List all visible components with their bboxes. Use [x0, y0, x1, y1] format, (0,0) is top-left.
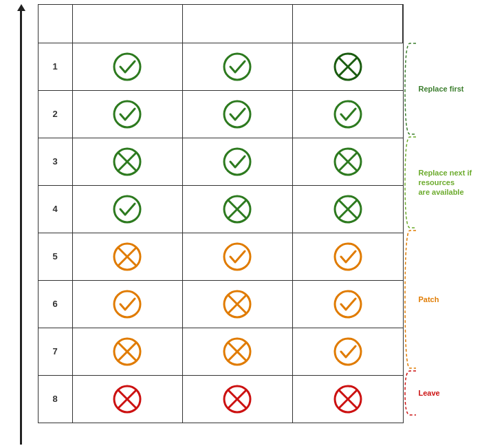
- y-axis: [5, 4, 38, 445]
- svg-point-26: [335, 244, 361, 270]
- header-col2: [183, 5, 293, 43]
- svg-point-7: [335, 101, 361, 127]
- table-row: 3: [38, 138, 404, 185]
- cell-row5-col3: [293, 233, 403, 280]
- row-number-5: 5: [39, 233, 73, 280]
- group-label-3: Leave: [419, 387, 440, 397]
- svg-point-11: [224, 149, 250, 175]
- cell-row7-col2: [183, 328, 293, 375]
- table-row: 4: [38, 185, 404, 233]
- table-wrapper: 1 2 3 4: [38, 4, 500, 445]
- table-row: 1: [38, 43, 404, 90]
- cell-row4-col1: [73, 186, 183, 233]
- cell-row5-col2: [183, 233, 293, 280]
- bracket-group-0: Replace first: [404, 42, 493, 136]
- bracket-group-2: Patch: [404, 229, 493, 370]
- svg-point-27: [114, 291, 140, 317]
- cell-row1-col1: [73, 43, 183, 90]
- header-row: [38, 4, 404, 43]
- cell-row5-col1: [73, 233, 183, 280]
- header-col1: [73, 5, 183, 43]
- axis-arrow-icon: [17, 4, 25, 11]
- cell-row6-col3: [293, 281, 403, 328]
- svg-point-0: [114, 54, 140, 80]
- table-row: 8: [38, 375, 404, 423]
- table-row: 5: [38, 233, 404, 280]
- table-row: 6: [38, 280, 404, 328]
- row-number-8: 8: [39, 376, 73, 423]
- cell-row2-col1: [73, 91, 183, 138]
- table-row: 2: [38, 90, 404, 138]
- header-empty: [39, 5, 73, 43]
- main-area: 1 2 3 4: [38, 4, 500, 445]
- bracket-group-3: Leave: [404, 370, 493, 416]
- cell-row7-col3: [293, 328, 403, 375]
- cell-row1-col3: [293, 43, 403, 90]
- grid-area: 1 2 3 4: [38, 4, 404, 445]
- bracket-group-1: Replace next if resources are available: [404, 136, 493, 229]
- row-number-2: 2: [39, 91, 73, 138]
- svg-point-1: [224, 54, 250, 80]
- cell-row3-col3: [293, 138, 403, 185]
- svg-point-31: [335, 291, 361, 317]
- svg-point-25: [224, 244, 250, 270]
- cell-row8-col1: [73, 376, 183, 423]
- row-number-1: 1: [39, 43, 73, 90]
- group-label-2: Patch: [419, 294, 439, 303]
- cell-row3-col1: [73, 138, 183, 185]
- cell-row2-col2: [183, 91, 293, 138]
- cell-row6-col1: [73, 281, 183, 328]
- cell-row7-col1: [73, 328, 183, 375]
- group-label-0: Replace first: [419, 83, 464, 93]
- table-row: 7: [38, 328, 404, 375]
- cell-row6-col2: [183, 281, 293, 328]
- header-col3: [293, 5, 403, 43]
- row-number-4: 4: [39, 186, 73, 233]
- right-labels: Replace first Replace next if resources …: [404, 42, 500, 416]
- cell-row3-col2: [183, 138, 293, 185]
- svg-point-6: [224, 101, 250, 127]
- svg-point-15: [114, 196, 140, 222]
- data-rows-container: 1 2 3 4: [38, 43, 404, 423]
- cell-row1-col2: [183, 43, 293, 90]
- svg-point-38: [335, 339, 361, 365]
- cell-row4-col3: [293, 186, 403, 233]
- cell-row2-col3: [293, 91, 403, 138]
- axis-line: [20, 11, 22, 445]
- svg-point-5: [114, 101, 140, 127]
- row-number-7: 7: [39, 328, 73, 375]
- outer-container: 1 2 3 4: [5, 4, 500, 445]
- cell-row8-col3: [293, 376, 403, 423]
- group-label-1: Replace next if resources are available: [419, 167, 493, 197]
- row-number-3: 3: [39, 138, 73, 185]
- cell-row8-col2: [183, 376, 293, 423]
- row-number-6: 6: [39, 281, 73, 328]
- cell-row4-col2: [183, 186, 293, 233]
